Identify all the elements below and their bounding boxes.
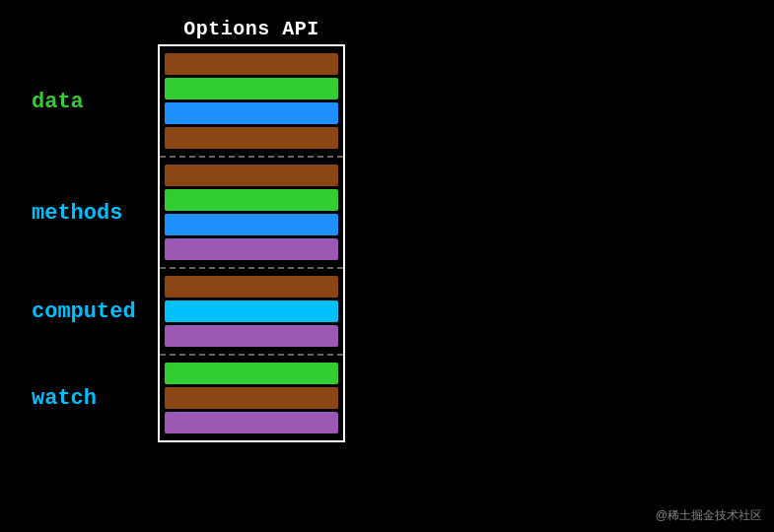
watermark: @稀土掘金技术社区 — [656, 507, 762, 524]
diagram-container: Options API data methods computed — [158, 18, 345, 442]
bar — [165, 165, 338, 186]
bar — [165, 78, 338, 100]
bar — [165, 127, 338, 149]
label-methods: methods — [32, 200, 122, 225]
bar — [165, 53, 338, 75]
bar — [165, 238, 338, 260]
label-watch: watch — [32, 386, 97, 411]
bar — [165, 276, 338, 298]
diagram-title: Options API — [158, 18, 345, 40]
options-api-box: data methods computed watch — [158, 46, 345, 442]
bar — [165, 300, 338, 322]
section-methods: methods — [160, 156, 343, 267]
section-computed: computed — [160, 267, 343, 354]
bar — [165, 189, 338, 211]
bar — [165, 412, 338, 433]
label-data: data — [32, 89, 84, 113]
section-watch: watch — [160, 354, 343, 440]
section-data: data — [160, 46, 343, 156]
bar — [165, 363, 338, 384]
bar — [165, 214, 338, 235]
label-computed: computed — [32, 299, 136, 324]
bar — [165, 387, 338, 409]
bar — [165, 325, 338, 347]
bar — [165, 102, 338, 124]
